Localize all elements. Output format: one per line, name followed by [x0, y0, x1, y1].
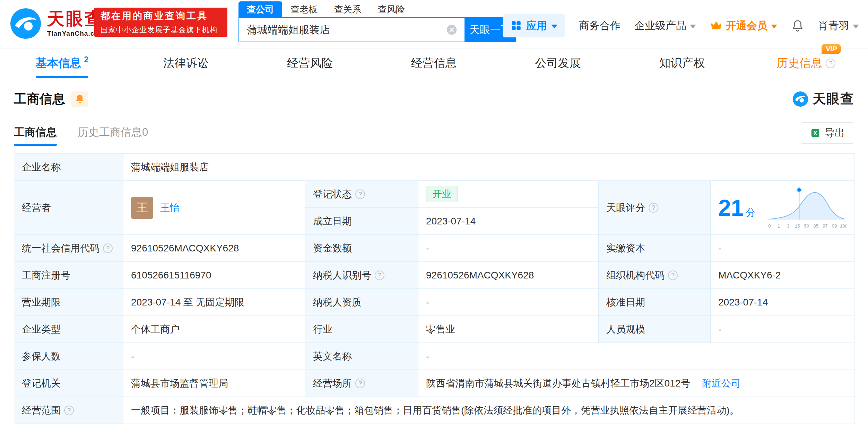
nav-link-enterprise[interactable]: 企业级产品	[634, 19, 696, 33]
field-value-approval-date: 2023-07-14	[711, 289, 854, 316]
operator-name-link[interactable]: 王怡	[160, 201, 180, 214]
apps-button[interactable]: 应用	[503, 14, 565, 37]
help-icon[interactable]	[826, 59, 835, 68]
svg-text:97: 97	[823, 223, 827, 229]
help-icon[interactable]	[64, 406, 74, 415]
score-axis-labels: 0 1 3 15 50 85 97 99 100	[768, 223, 847, 229]
field-label-reg-number: 工商注册号	[14, 262, 123, 289]
export-button[interactable]: 导出	[801, 122, 854, 144]
subscribe-bell-icon[interactable]	[71, 91, 88, 107]
tianyancha-watermark-icon	[792, 91, 808, 107]
help-icon[interactable]	[375, 270, 384, 280]
label-text: 统一社会信用代码	[22, 242, 99, 255]
tab-label: 知识产权	[659, 55, 705, 71]
score-marker-pin	[797, 188, 801, 192]
svg-text:100: 100	[840, 223, 847, 229]
table-row: 登记机关 蒲城县市场监督管理局 经营场所 陕西省渭南市蒲城县城关街道办事处古镇村…	[14, 370, 854, 397]
table-row: 工商注册号 610526615116970 纳税人识别号 92610526MAC…	[14, 262, 854, 289]
field-value-english-name: -	[418, 343, 854, 370]
tab-history-info[interactable]: 历史信息 VIP	[744, 48, 868, 78]
table-row: 营业期限 2023-07-14 至 无固定期限 纳税人资质 - 核准日期 202…	[14, 289, 854, 316]
tab-label: 法律诉讼	[163, 55, 209, 71]
field-label-staff-size: 人员规模	[599, 316, 711, 343]
score-value: 21 分	[718, 196, 755, 219]
search-tab-company[interactable]: 查公司	[238, 1, 282, 17]
field-value-operator: 王 王怡	[123, 181, 305, 235]
business-site-address: 陕西省渭南市蒲城县城关街道办事处古镇村轻工市场2区012号	[426, 378, 690, 389]
search-tab-risk[interactable]: 查风险	[370, 1, 413, 17]
field-label-establish-date: 成立日期	[305, 208, 418, 235]
user-menu[interactable]: 肖青羽	[818, 19, 859, 33]
search-clear-icon[interactable]	[446, 24, 458, 36]
top-header: 天眼查 TianYanCha.com 都在用的商业查询工具 国家中小企业发展子基…	[0, 0, 868, 48]
svg-text:15: 15	[795, 223, 800, 229]
help-icon[interactable]	[649, 203, 658, 213]
nearby-companies-link[interactable]: 附近公司	[702, 378, 741, 389]
field-label-score: 天眼评分	[599, 181, 711, 235]
field-value-reg-number: 610526615116970	[123, 262, 305, 289]
help-icon[interactable]	[668, 270, 678, 280]
operator-avatar[interactable]: 王	[131, 197, 153, 219]
field-label-credit-code: 统一社会信用代码	[14, 235, 123, 262]
table-row: 经营者 王 王怡 登记状态 开业	[14, 181, 854, 208]
field-value-org-code: MACQXKY6-2	[711, 262, 854, 289]
tab-operating-risk[interactable]: 经营风险	[248, 48, 372, 78]
label-text: 纳税人识别号	[313, 269, 371, 282]
status-badge: 开业	[426, 186, 458, 203]
search-input[interactable]	[238, 17, 465, 42]
search-tab-relation[interactable]: 查关系	[326, 1, 370, 17]
search-area: 查公司 查老板 查关系 查风险 天眼一下	[238, 1, 516, 42]
tab-legal[interactable]: 法律诉讼	[124, 48, 248, 78]
vip-membership-button[interactable]: 开通会员	[710, 19, 777, 33]
tab-intellectual-property[interactable]: 知识产权	[620, 48, 744, 78]
notification-bell-icon[interactable]	[791, 19, 804, 33]
subtab-business-info[interactable]: 工商信息	[14, 125, 57, 146]
svg-text:3: 3	[787, 223, 789, 229]
chevron-down-icon	[551, 25, 557, 28]
field-value-staff-size: -	[711, 316, 854, 343]
field-label-business-term: 营业期限	[14, 289, 123, 316]
help-icon[interactable]	[103, 243, 113, 253]
field-label-operator: 经营者	[14, 181, 123, 235]
tab-label: 经营风险	[287, 55, 333, 71]
tab-basic-info[interactable]: 基本信息 2	[0, 48, 124, 78]
field-label-industry: 行业	[305, 316, 418, 343]
search-tab-boss[interactable]: 查老板	[282, 1, 326, 17]
tab-operating-info[interactable]: 经营信息	[372, 48, 496, 78]
field-label-reg-authority: 登记机关	[14, 370, 123, 397]
field-label-taxpayer-id: 纳税人识别号	[305, 262, 418, 289]
field-label-org-code: 组织机构代码	[599, 262, 711, 289]
watermark-logo: 天眼查	[792, 90, 854, 108]
field-value-company-type: 个体工商户	[123, 316, 305, 343]
username: 肖青羽	[818, 19, 849, 33]
export-label: 导出	[825, 126, 845, 140]
table-row: 参保人数 - 英文名称 -	[14, 343, 854, 370]
field-value-business-term: 2023-07-14 至 无固定期限	[123, 289, 305, 316]
top-navigation: 应用 商务合作 企业级产品 开通会员	[503, 13, 859, 38]
field-label-paid-capital: 实缴资本	[599, 235, 711, 262]
field-value-insured-count: -	[123, 343, 305, 370]
label-text: 经营范围	[22, 404, 61, 417]
score-distribution-chart: 0 1 3 15 50 85 97 99 100	[767, 186, 847, 230]
table-row: 企业名称 蒲城端端姐服装店	[14, 154, 854, 181]
field-label-reg-status: 登记状态	[305, 181, 418, 208]
help-icon[interactable]	[355, 379, 365, 388]
help-icon[interactable]	[355, 189, 365, 199]
vip-badge: VIP	[822, 44, 841, 54]
tab-company-development[interactable]: 公司发展	[496, 48, 620, 78]
subtab-history-business-info[interactable]: 历史工商信息0	[78, 125, 148, 146]
tianyancha-logo[interactable]: 天眼查 TianYanCha.com	[10, 8, 105, 39]
company-section-tabs: 基本信息 2 法律诉讼 经营风险 经营信息 公司发展 知识产权 历史信息 VIP	[0, 48, 868, 78]
field-label-taxpayer-quality: 纳税人资质	[305, 289, 418, 316]
table-row: 统一社会信用代码 92610526MACQXKY628 资金数额 - 实缴资本 …	[14, 235, 854, 262]
nav-link-cooperation[interactable]: 商务合作	[579, 19, 620, 33]
field-value-taxpayer-id: 92610526MACQXKY628	[418, 262, 599, 289]
tab-count-badge: 2	[84, 55, 88, 64]
svg-text:85: 85	[814, 223, 818, 229]
chevron-down-icon	[690, 25, 696, 28]
promo-banner: 都在用的商业查询工具 国家中小企业发展子基金旗下机构	[94, 8, 227, 37]
tab-label: 历史信息	[776, 55, 822, 71]
table-row: 经营范围 一般项目：服装服饰零售；鞋帽零售；化妆品零售；箱包销售；日用百货销售(…	[14, 397, 854, 424]
field-label-business-site: 经营场所	[305, 370, 418, 397]
main-content: 工商信息 天眼查 工商信息 历史工商信息0	[0, 90, 868, 424]
